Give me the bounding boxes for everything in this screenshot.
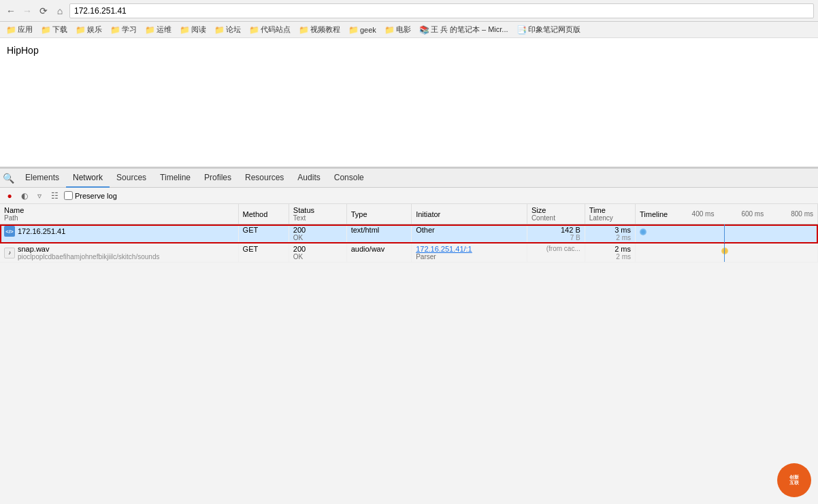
- folder-icon: 📁: [41, 25, 51, 35]
- folder-icon: 📁: [76, 25, 86, 35]
- tab-timeline[interactable]: Timeline: [153, 169, 197, 188]
- filter-button[interactable]: ▿: [34, 190, 45, 201]
- bookmark-code[interactable]: 📁 代码站点: [246, 24, 294, 35]
- cell-status: 200OK: [289, 243, 346, 263]
- preserve-log-checkbox[interactable]: [64, 191, 73, 200]
- cell-type: text/html: [346, 224, 411, 243]
- cell-method: GET: [238, 243, 289, 263]
- forward-button[interactable]: →: [20, 4, 34, 18]
- bookmark-read[interactable]: 📁 阅读: [176, 24, 210, 35]
- network-table: NamePath Method StatusText Type Initiato…: [0, 204, 818, 263]
- record-button[interactable]: ●: [4, 190, 15, 201]
- page-content: HipHop: [0, 38, 818, 167]
- bookmark-downloads[interactable]: 📁 下载: [37, 24, 71, 35]
- bookmark-apps[interactable]: 📁 应用: [3, 24, 36, 35]
- request-name: 172.16.251.41: [18, 227, 65, 235]
- home-button[interactable]: ⌂: [53, 4, 67, 18]
- timeline-vertical-line: [724, 243, 725, 262]
- search-icon[interactable]: 🔍: [3, 173, 14, 184]
- bookmark-label: 学习: [122, 24, 137, 35]
- timeline-dot-blue: [640, 229, 647, 235]
- bookmark-forum[interactable]: 📁 论坛: [211, 24, 244, 35]
- devtools-panel: 🔍 Elements Network Sources Timeline Prof…: [0, 167, 818, 504]
- page-title: HipHop: [7, 45, 39, 56]
- table-row[interactable]: ♪ snap.wav pioclpoplcdbaefihamjohnefbikj…: [0, 243, 818, 263]
- bookmark-notebook[interactable]: 📚 王 兵 的笔记本 – Micr...: [416, 24, 512, 35]
- bookmark-entertainment[interactable]: 📁 娱乐: [72, 24, 105, 35]
- cell-size: (from cac...: [527, 243, 585, 263]
- col-header-initiator[interactable]: Initiator: [412, 204, 527, 224]
- col-header-timeline[interactable]: Timeline 400 ms 600 ms 800 ms: [636, 204, 818, 224]
- all-requests-button[interactable]: ☷: [49, 190, 60, 201]
- col-header-size[interactable]: SizeContent: [527, 204, 585, 224]
- tab-sources[interactable]: Sources: [110, 169, 153, 188]
- folder-icon: 📁: [348, 25, 359, 35]
- bookmark-study[interactable]: 📁 学习: [107, 24, 140, 35]
- folder-icon: 📁: [110, 25, 120, 35]
- timeline-vertical-line: [724, 224, 725, 243]
- timeline-dot-yellow: [721, 248, 728, 254]
- bookmark-label: 王 兵 的笔记本 – Micr...: [431, 24, 508, 35]
- bookmark-geek[interactable]: 📁 geek: [345, 24, 380, 35]
- cell-initiator: 172.16.251.41/:1 Parser: [412, 243, 527, 263]
- bookmark-label: 运维: [157, 24, 171, 35]
- initiator-sub: Parser: [416, 253, 523, 261]
- col-header-type[interactable]: Type: [346, 204, 411, 224]
- timeline-marker-600: 600 ms: [741, 210, 764, 218]
- timeline-marker-400: 400 ms: [692, 210, 715, 218]
- wav-file-icon: ♪: [4, 248, 15, 258]
- request-name: snap.wav: [18, 245, 49, 253]
- folder-icon: 📑: [517, 25, 527, 35]
- preserve-log-label[interactable]: Preserve log: [64, 191, 117, 200]
- bookmark-movie[interactable]: 📁 电影: [381, 24, 414, 35]
- bookmark-video[interactable]: 📁 视频教程: [295, 24, 344, 35]
- cell-timeline: [636, 243, 818, 263]
- clear-button[interactable]: ◐: [19, 190, 30, 201]
- table-row[interactable]: </> 172.16.251.41 GET 200OK text/html Ot…: [0, 224, 818, 243]
- size-cache: (from cac...: [531, 245, 580, 252]
- tab-resources[interactable]: Resources: [238, 169, 291, 188]
- bookmark-evernote[interactable]: 📑 印象笔记网页版: [513, 24, 584, 35]
- preserve-log-text: Preserve log: [75, 192, 117, 200]
- initiator-link[interactable]: 172.16.251.41/:1: [416, 245, 472, 253]
- cell-name: </> 172.16.251.41: [0, 224, 238, 243]
- folder-icon: 📁: [214, 25, 225, 35]
- cell-method: GET: [238, 224, 289, 243]
- folder-icon: 📁: [249, 25, 259, 35]
- folder-icon: 📚: [419, 25, 429, 35]
- bookmark-label: 印象笔记网页版: [528, 24, 580, 35]
- folder-icon: 📁: [6, 25, 16, 35]
- table-header-row: NamePath Method StatusText Type Initiato…: [0, 204, 818, 224]
- cell-time: 2 ms2 ms: [585, 243, 635, 263]
- html-file-icon: </>: [4, 226, 15, 237]
- tab-console[interactable]: Console: [327, 169, 371, 188]
- bookmark-label: 阅读: [191, 24, 206, 35]
- tab-profiles[interactable]: Profiles: [197, 169, 238, 188]
- folder-icon: 📁: [180, 25, 190, 35]
- back-button[interactable]: ←: [4, 4, 18, 18]
- bookmark-label: 视频教程: [310, 24, 340, 35]
- watermark-text: 创新互联: [789, 475, 799, 486]
- col-header-status[interactable]: StatusText: [289, 204, 346, 224]
- timeline-marker-800: 800 ms: [791, 210, 813, 218]
- bookmark-ops[interactable]: 📁 运维: [142, 24, 175, 35]
- address-bar[interactable]: [69, 3, 814, 18]
- bookmark-label: 电影: [396, 24, 411, 35]
- devtools-tab-bar: 🔍 Elements Network Sources Timeline Prof…: [0, 169, 818, 188]
- network-table-wrapper[interactable]: NamePath Method StatusText Type Initiato…: [0, 204, 818, 504]
- col-header-time[interactable]: TimeLatency: [585, 204, 635, 224]
- col-header-method[interactable]: Method: [238, 204, 289, 224]
- tab-network[interactable]: Network: [66, 169, 110, 188]
- col-header-name[interactable]: NamePath: [0, 204, 238, 224]
- bookmark-label: 娱乐: [87, 24, 102, 35]
- bookmark-label: 论坛: [226, 24, 241, 35]
- bookmark-label: 应用: [18, 24, 33, 35]
- bookmark-label: geek: [360, 26, 376, 34]
- tab-elements[interactable]: Elements: [18, 169, 66, 188]
- reload-button[interactable]: ⟳: [37, 4, 50, 18]
- bookmarks-bar: 📁 应用 📁 下载 📁 娱乐 📁 学习 📁 运维 📁 阅读 📁 论坛 📁 代码站…: [0, 22, 818, 38]
- cell-status: 200OK: [289, 224, 346, 243]
- tab-audits[interactable]: Audits: [291, 169, 327, 188]
- network-toolbar: ● ◐ ▿ ☷ Preserve log: [0, 188, 818, 204]
- folder-icon: 📁: [299, 25, 309, 35]
